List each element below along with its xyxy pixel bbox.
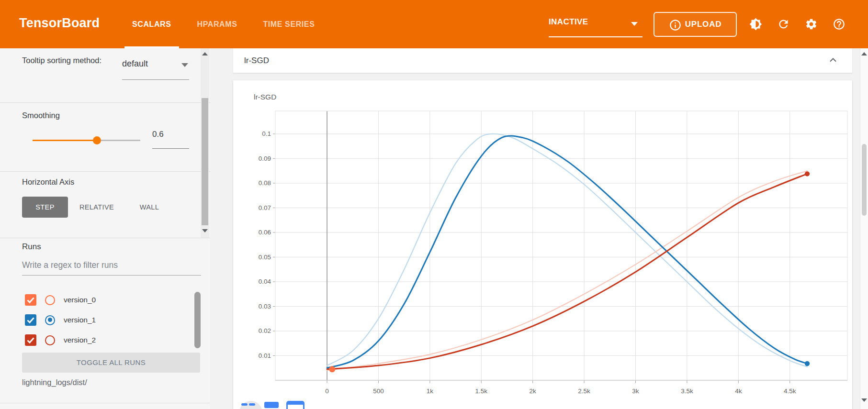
- toggle-all-runs-button[interactable]: TOGGLE ALL RUNS: [22, 353, 200, 373]
- tensorboard-app: TensorBoard SCALARS HPARAMS TIME SERIES …: [0, 0, 868, 409]
- smoothing-value-field[interactable]: 0.6: [152, 130, 189, 139]
- scalar-group-header[interactable]: lr-SGD: [233, 48, 852, 73]
- fab-dash-icon: [249, 403, 255, 406]
- smoothing-underline: [152, 148, 189, 149]
- run-radio[interactable]: [45, 315, 55, 325]
- runs-list: version_0version_1version_2: [22, 290, 194, 350]
- chart-title: lr-SGD: [254, 93, 276, 101]
- tab-time-series[interactable]: TIME SERIES: [255, 0, 322, 48]
- app-header: TensorBoard SCALARS HPARAMS TIME SERIES …: [0, 0, 868, 48]
- pin-card-icon[interactable]: [264, 402, 279, 408]
- svg-text:4.5k: 4.5k: [784, 387, 796, 395]
- app-logo: TensorBoard: [19, 16, 100, 31]
- svg-text:3.5k: 3.5k: [681, 387, 693, 395]
- run-radio[interactable]: [45, 335, 55, 345]
- svg-text:0.06: 0.06: [259, 229, 271, 236]
- smoothing-slider-thumb[interactable]: [93, 136, 101, 144]
- divider: [0, 403, 210, 403]
- sidebar-scrollbar-thumb[interactable]: [202, 98, 208, 225]
- chevron-down-icon: [631, 22, 638, 26]
- tab-hparams[interactable]: HPARAMS: [190, 0, 245, 48]
- svg-text:0.09: 0.09: [259, 155, 271, 162]
- runs-filter-input[interactable]: [22, 260, 201, 276]
- status-underline: [549, 36, 643, 37]
- svg-text:0.1: 0.1: [262, 130, 271, 137]
- nav-tabs: SCALARS HPARAMS TIME SERIES: [124, 0, 333, 48]
- status-label: INACTIVE: [549, 17, 588, 27]
- settings-gear-icon[interactable]: [805, 18, 818, 31]
- sidebar-scrollbar[interactable]: [201, 48, 209, 238]
- brightness-icon[interactable]: [749, 18, 762, 31]
- settings-sidebar: Tooltip sorting method: default Smoothin…: [0, 48, 210, 409]
- smoothing-label: Smoothing: [22, 111, 60, 120]
- axis-step-button[interactable]: STEP: [22, 197, 68, 218]
- refresh-icon[interactable]: [777, 18, 790, 31]
- horizontal-axis-buttons: STEP RELATIVE WALL: [22, 197, 173, 218]
- group-title: lr-SGD: [244, 48, 269, 73]
- fab-dash-icon: [241, 403, 248, 406]
- upload-button[interactable]: UPLOAD: [654, 12, 737, 37]
- scroll-up-icon[interactable]: [202, 52, 208, 55]
- header-icon-bar: [749, 0, 845, 48]
- scroll-up-icon[interactable]: [861, 52, 867, 55]
- smoothing-slider[interactable]: [33, 136, 140, 144]
- axis-wall-button[interactable]: WALL: [125, 197, 173, 218]
- tooltip-sorting-select[interactable]: default: [122, 59, 189, 69]
- chevron-down-icon: [181, 63, 188, 67]
- run-radio[interactable]: [45, 295, 55, 305]
- data-table-icon[interactable]: [286, 401, 304, 409]
- chevron-up-icon[interactable]: [827, 55, 839, 66]
- horizontal-axis-label: Horizontal Axis: [22, 177, 74, 187]
- svg-text:0.08: 0.08: [259, 179, 271, 187]
- page-scrollbar-thumb[interactable]: [862, 144, 867, 216]
- svg-text:2k: 2k: [530, 387, 537, 395]
- runs-list-scrollbar[interactable]: [194, 292, 201, 348]
- axis-relative-button[interactable]: RELATIVE: [68, 197, 125, 218]
- main-content: lr-SGD lr-SGD 0.010.020.030.040.050.060.…: [210, 48, 860, 409]
- upload-label: UPLOAD: [685, 20, 722, 29]
- divider: [0, 102, 210, 103]
- help-icon[interactable]: [833, 18, 845, 31]
- svg-text:0.05: 0.05: [259, 254, 271, 261]
- radio-dot-icon: [48, 318, 52, 322]
- svg-text:2.5k: 2.5k: [578, 387, 590, 395]
- divider: [0, 238, 210, 238]
- page-scrollbar[interactable]: [860, 48, 868, 409]
- svg-text:0.07: 0.07: [259, 204, 271, 211]
- svg-text:1k: 1k: [427, 387, 434, 395]
- tab-scalars[interactable]: SCALARS: [124, 0, 179, 48]
- scroll-down-icon[interactable]: [861, 398, 867, 402]
- run-row[interactable]: version_1: [22, 310, 194, 330]
- tooltip-sorting-value: default: [122, 59, 148, 68]
- run-label: version_1: [64, 316, 96, 324]
- scroll-down-icon[interactable]: [202, 229, 208, 232]
- svg-text:4k: 4k: [735, 387, 742, 395]
- run-checkbox[interactable]: [25, 334, 36, 346]
- svg-text:0: 0: [325, 387, 329, 395]
- run-label: version_0: [64, 296, 96, 304]
- divider: [0, 171, 210, 172]
- scalar-chart[interactable]: 0.010.020.030.040.050.060.070.080.090.10…: [239, 108, 852, 397]
- run-label: version_2: [64, 336, 96, 344]
- info-icon: [669, 19, 680, 30]
- run-row[interactable]: version_2: [22, 330, 194, 350]
- run-row[interactable]: version_0: [22, 290, 194, 310]
- svg-text:500: 500: [373, 387, 384, 395]
- run-checkbox[interactable]: [25, 294, 36, 306]
- svg-text:0.04: 0.04: [259, 278, 271, 285]
- tooltip-sorting-label: Tooltip sorting method:: [22, 55, 106, 66]
- runs-section-label: Runs: [22, 242, 41, 252]
- log-directory-label: lightning_logs/dist/: [22, 378, 87, 387]
- svg-text:0.02: 0.02: [259, 327, 271, 334]
- status-dropdown[interactable]: INACTIVE: [549, 0, 643, 48]
- svg-text:0.03: 0.03: [259, 303, 271, 310]
- svg-text:1.5k: 1.5k: [475, 387, 488, 395]
- run-checkbox[interactable]: [25, 314, 36, 326]
- select-underline: [122, 79, 189, 80]
- smoothing-slider-fill: [33, 140, 97, 141]
- svg-text:3k: 3k: [632, 387, 639, 395]
- svg-text:0.01: 0.01: [259, 352, 271, 359]
- scalar-chart-card: lr-SGD 0.010.020.030.040.050.060.070.080…: [233, 80, 852, 409]
- smoothing-value: 0.6: [152, 130, 164, 139]
